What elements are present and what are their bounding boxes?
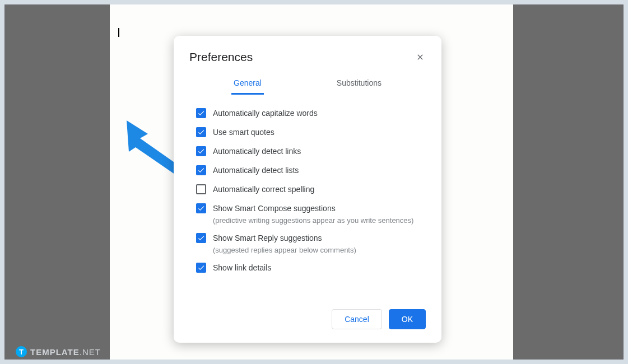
ok-button[interactable]: OK bbox=[389, 309, 426, 329]
options-list: Automatically capitalize wordsUse smart … bbox=[174, 95, 441, 287]
tab-general[interactable]: General bbox=[231, 74, 264, 95]
option-checkbox[interactable] bbox=[196, 233, 206, 243]
dialog-header: Preferences bbox=[174, 50, 441, 74]
option-row: Use smart quotes bbox=[196, 127, 426, 138]
option-label: Automatically detect lists bbox=[213, 165, 299, 176]
option-text: Use smart quotes bbox=[213, 127, 275, 138]
option-text: Show Smart Reply suggestions(suggested r… bbox=[213, 232, 356, 254]
option-text: Automatically detect links bbox=[213, 146, 301, 157]
cancel-button[interactable]: Cancel bbox=[332, 309, 382, 329]
option-row: Automatically correct spelling bbox=[196, 184, 426, 195]
option-label: Use smart quotes bbox=[213, 127, 275, 138]
option-subtext: (suggested replies appear below comments… bbox=[213, 246, 356, 254]
watermark: T TEMPLATE.NET bbox=[16, 346, 101, 357]
option-subtext: (predictive writing suggestions appear a… bbox=[213, 216, 413, 225]
option-label: Show Smart Reply suggestions bbox=[213, 232, 356, 244]
watermark-icon: T bbox=[16, 346, 27, 357]
option-text: Automatically correct spelling bbox=[213, 184, 314, 195]
option-text: Automatically detect lists bbox=[213, 165, 299, 176]
option-checkbox[interactable] bbox=[196, 127, 206, 137]
watermark-suffix: .NET bbox=[80, 347, 101, 357]
option-text: Automatically capitalize words bbox=[213, 108, 318, 119]
option-checkbox[interactable] bbox=[196, 108, 206, 118]
option-label: Automatically detect links bbox=[213, 146, 301, 157]
option-row: Show Smart Compose suggestions(predictiv… bbox=[196, 203, 426, 225]
option-checkbox[interactable] bbox=[196, 263, 206, 273]
preferences-dialog: Preferences General Substitutions Automa… bbox=[174, 36, 441, 343]
tab-substitutions[interactable]: Substitutions bbox=[334, 74, 384, 95]
option-checkbox[interactable] bbox=[196, 184, 206, 194]
option-label: Show link details bbox=[213, 262, 271, 273]
option-row: Show link details bbox=[196, 262, 426, 273]
option-text: Show link details bbox=[213, 262, 271, 273]
option-checkbox[interactable] bbox=[196, 203, 206, 213]
option-label: Automatically capitalize words bbox=[213, 108, 318, 119]
close-icon[interactable] bbox=[415, 52, 426, 63]
option-checkbox[interactable] bbox=[196, 146, 206, 156]
dialog-title: Preferences bbox=[189, 50, 253, 64]
watermark-brand: TEMPLATE bbox=[30, 347, 80, 357]
option-label: Automatically correct spelling bbox=[213, 184, 314, 195]
option-text: Show Smart Compose suggestions(predictiv… bbox=[213, 203, 413, 225]
watermark-text: TEMPLATE.NET bbox=[30, 347, 101, 357]
option-checkbox[interactable] bbox=[196, 165, 206, 175]
option-row: Automatically detect lists bbox=[196, 165, 426, 176]
option-label: Show Smart Compose suggestions bbox=[213, 203, 413, 214]
dialog-tabs: General Substitutions bbox=[174, 74, 441, 95]
option-row: Automatically detect links bbox=[196, 146, 426, 157]
dialog-footer: Cancel OK bbox=[174, 287, 441, 329]
option-row: Automatically capitalize words bbox=[196, 108, 426, 119]
option-row: Show Smart Reply suggestions(suggested r… bbox=[196, 232, 426, 254]
text-cursor bbox=[118, 28, 119, 37]
